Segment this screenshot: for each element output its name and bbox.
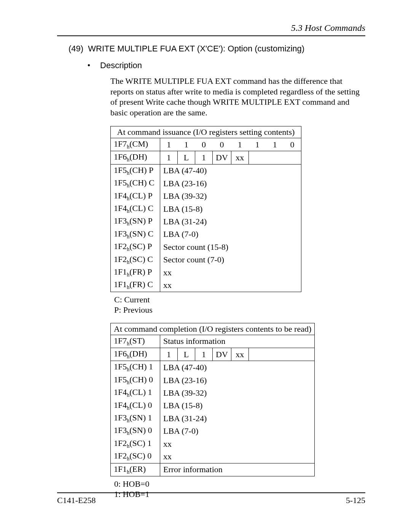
header-rule xyxy=(57,35,365,36)
reg-snc: 1F3h(SN) C xyxy=(111,228,160,241)
val-chp: LBA (47-40) xyxy=(160,164,301,177)
row-cl1: 1F4h(CL) 1 LBA (39-32) xyxy=(111,387,315,399)
val-snp: LBA (31-24) xyxy=(160,215,301,228)
val-frc: xx xyxy=(160,279,301,292)
title-number: (49) xyxy=(68,44,83,53)
reg-er: 1F1h(ER) xyxy=(111,463,160,476)
issuance-caption-row: At command issuance (I/O registers setti… xyxy=(111,126,301,138)
dh2-c2: 1 xyxy=(195,348,213,361)
cm-bit3: 1 xyxy=(231,138,249,151)
note-previous: P: Previous xyxy=(114,305,365,315)
row-cl0: 1F4h(CL) 0 LBA (15-8) xyxy=(111,399,315,412)
row-dh2: 1F6h(DH) 1 L 1 DV xx xyxy=(111,348,315,361)
val-clp: LBA (39-32) xyxy=(160,190,301,203)
cm-bit7: 1 xyxy=(160,138,178,151)
command-title: (49) WRITE MULTIPLE FUA EXT (X'CE'): Opt… xyxy=(68,44,365,54)
note-current: C: Current xyxy=(114,294,365,305)
row-scc: 1F2h(SC) C Sector count (7-0) xyxy=(111,254,301,266)
row-cm: 1F7h(CM) 1 1 0 0 1 1 1 0 xyxy=(111,138,301,151)
reg-scc: 1F2h(SC) C xyxy=(111,254,160,266)
val-chc: LBA (23-16) xyxy=(160,177,301,190)
row-sn0: 1F3h(SN) 0 LBA (7-0) xyxy=(111,425,315,437)
reg-dh: 1F6h(DH) xyxy=(111,151,160,164)
dh2-c1: L xyxy=(178,348,195,361)
reg-cm: 1F7h(CM) xyxy=(111,138,160,151)
row-sc0: 1F2h(SC) 0 xx xyxy=(111,450,315,463)
row-chc: 1F5h(CH) C LBA (23-16) xyxy=(111,177,301,190)
val-ch1: LBA (47-40) xyxy=(160,361,315,374)
dh-c4: xx xyxy=(231,151,249,164)
val-er: Error information xyxy=(160,463,315,476)
reg-chp: 1F5h(CH) P xyxy=(111,164,160,177)
reg-scp: 1F2h(SC) P xyxy=(111,241,160,253)
row-sn1: 1F3h(SN) 1 LBA (31-24) xyxy=(111,412,315,425)
dh-c0: 1 xyxy=(160,151,178,164)
val-scp: Sector count (15-8) xyxy=(160,241,301,253)
cm-bit2: 1 xyxy=(249,138,266,151)
footer-page-number: 5-125 xyxy=(346,495,365,505)
dh-pad xyxy=(249,151,301,164)
reg-chc: 1F5h(CH) C xyxy=(111,177,160,190)
row-frc: 1F1h(FR) C xx xyxy=(111,279,301,292)
reg-clc: 1F4h(CL) C xyxy=(111,203,160,215)
dh2-c4: xx xyxy=(231,348,249,361)
val-sc0: xx xyxy=(160,450,315,463)
row-snc: 1F3h(SN) C LBA (7-0) xyxy=(111,228,301,241)
row-ch1: 1F5h(CH) 1 LBA (47-40) xyxy=(111,361,315,374)
dh-c3: DV xyxy=(213,151,231,164)
row-clc: 1F4h(CL) C LBA (15-8) xyxy=(111,203,301,215)
description-paragraph: The WRITE MULTIPLE FUA EXT command has t… xyxy=(110,76,365,118)
reg-sc1: 1F2h(SC) 1 xyxy=(111,438,160,450)
val-sn0: LBA (7-0) xyxy=(160,425,315,437)
row-chp: 1F5h(CH) P LBA (47-40) xyxy=(111,164,301,177)
completion-caption: At command completion (I/O registers con… xyxy=(111,323,315,335)
row-clp: 1F4h(CL) P LBA (39-32) xyxy=(111,190,301,203)
reg-sc0: 1F2h(SC) 0 xyxy=(111,450,160,463)
completion-table: At command completion (I/O registers con… xyxy=(110,323,315,476)
val-cl1: LBA (39-32) xyxy=(160,387,315,399)
bullet-icon: • xyxy=(88,61,90,70)
dh-c1: L xyxy=(178,151,195,164)
dh2-pad xyxy=(249,348,315,361)
reg-cl0: 1F4h(CL) 0 xyxy=(111,399,160,412)
dh2-c0: 1 xyxy=(160,348,178,361)
reg-ch1: 1F5h(CH) 1 xyxy=(111,361,160,374)
reg-sn0: 1F3h(SN) 0 xyxy=(111,425,160,437)
completion-caption-row: At command completion (I/O registers con… xyxy=(111,323,315,335)
reg-clp: 1F4h(CL) P xyxy=(111,190,160,203)
val-sc1: xx xyxy=(160,438,315,450)
cm-bit5: 0 xyxy=(195,138,213,151)
footer-rule xyxy=(57,492,365,493)
footer-doc-id: C141-E258 xyxy=(57,495,96,505)
reg-frp: 1F1h(FR) P xyxy=(111,266,160,279)
val-snc: LBA (7-0) xyxy=(160,228,301,241)
val-st: Status information xyxy=(160,335,315,348)
val-ch0: LBA (23-16) xyxy=(160,374,315,387)
val-clc: LBA (15-8) xyxy=(160,203,301,215)
row-sc1: 1F2h(SC) 1 xx xyxy=(111,438,315,450)
row-snp: 1F3h(SN) P LBA (31-24) xyxy=(111,215,301,228)
row-dh: 1F6h(DH) 1 L 1 DV xx xyxy=(111,151,301,164)
row-frp: 1F1h(FR) P xx xyxy=(111,266,301,279)
note-hob0: 0: HOB=0 xyxy=(114,479,365,489)
cm-bit6: 1 xyxy=(178,138,195,151)
cm-bit1: 1 xyxy=(266,138,284,151)
notes-cp: C: Current P: Previous xyxy=(114,294,365,315)
val-scc: Sector count (7-0) xyxy=(160,254,301,266)
row-ch0: 1F5h(CH) 0 LBA (23-16) xyxy=(111,374,315,387)
val-sn1: LBA (31-24) xyxy=(160,412,315,425)
section-header: 5.3 Host Commands xyxy=(57,23,365,33)
reg-cl1: 1F4h(CL) 1 xyxy=(111,387,160,399)
row-er: 1F1h(ER) Error information xyxy=(111,463,315,476)
row-st: 1F7h(ST) Status information xyxy=(111,335,315,348)
reg-snp: 1F3h(SN) P xyxy=(111,215,160,228)
cm-bit0: 0 xyxy=(284,138,301,151)
reg-sn1: 1F3h(SN) 1 xyxy=(111,412,160,425)
reg-dh2: 1F6h(DH) xyxy=(111,348,160,361)
cm-bit4: 0 xyxy=(213,138,231,151)
issuance-caption: At command issuance (I/O registers setti… xyxy=(111,126,301,138)
reg-ch0: 1F5h(CH) 0 xyxy=(111,374,160,387)
title-text: WRITE MULTIPLE FUA EXT (X'CE'): Option (… xyxy=(88,44,304,53)
page-footer: C141-E258 5-125 xyxy=(57,492,365,505)
issuance-table: At command issuance (I/O registers setti… xyxy=(110,126,301,292)
